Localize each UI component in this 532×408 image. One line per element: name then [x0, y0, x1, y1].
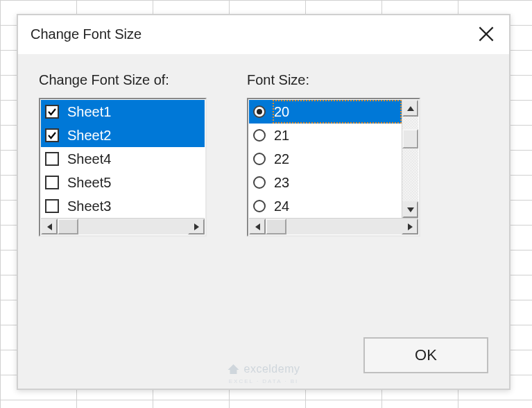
- sheets-label: Change Font Size of:: [39, 72, 207, 88]
- arrow-down-icon: [407, 207, 414, 212]
- scroll-track[interactable]: [402, 117, 418, 201]
- font-size-row-label: 22: [274, 151, 289, 167]
- font-size-hscrollbar[interactable]: [249, 218, 418, 235]
- font-size-row-label: 24: [274, 198, 289, 214]
- scroll-track[interactable]: [58, 219, 188, 235]
- sheets-column: Change Font Size of: Sheet1: [39, 72, 207, 237]
- sheet-row-label: Sheet3: [67, 198, 111, 214]
- close-icon: [479, 26, 494, 42]
- font-size-column: Font Size: 20 21: [247, 72, 420, 237]
- scroll-left-button[interactable]: [249, 219, 266, 235]
- arrow-right-icon: [194, 223, 199, 230]
- change-font-size-dialog: Change Font Size Change Font Size of:: [17, 14, 510, 390]
- dialog-titlebar: Change Font Size: [18, 15, 509, 54]
- font-size-row-label: 20: [274, 104, 289, 120]
- font-size-row-label: 21: [274, 128, 289, 144]
- sheet-row-sheet3[interactable]: Sheet3: [41, 194, 205, 218]
- radio-21[interactable]: [253, 129, 266, 142]
- watermark-subtext: EXCEL · DATA · BI: [229, 378, 299, 384]
- arrow-up-icon: [407, 106, 414, 111]
- radio-20[interactable]: [253, 105, 266, 118]
- sheet-row-sheet2[interactable]: Sheet2: [41, 124, 205, 147]
- checkbox-sheet4[interactable]: [45, 152, 59, 166]
- scroll-thumb[interactable]: [402, 129, 418, 148]
- sheets-list-content: Sheet1 Sheet2 Sheet4: [41, 100, 205, 218]
- sheet-row-sheet4[interactable]: Sheet4: [41, 147, 205, 171]
- sheet-row-label: Sheet1: [67, 104, 111, 120]
- scroll-track[interactable]: [266, 219, 402, 235]
- scroll-right-button[interactable]: [188, 219, 205, 235]
- sheets-hscrollbar[interactable]: [41, 218, 205, 235]
- font-size-listbox[interactable]: 20 21 22 23: [247, 98, 420, 237]
- sheet-row-sheet1[interactable]: Sheet1: [41, 100, 205, 124]
- checkbox-sheet1[interactable]: [45, 105, 59, 119]
- font-size-row-23[interactable]: 23: [249, 171, 402, 194]
- font-size-list-content: 20 21 22 23: [249, 100, 402, 218]
- scroll-down-button[interactable]: [402, 201, 418, 218]
- font-size-row-24[interactable]: 24: [249, 194, 402, 218]
- checkbox-sheet5[interactable]: [45, 176, 59, 189]
- radio-23[interactable]: [253, 176, 266, 189]
- close-button[interactable]: [476, 24, 497, 44]
- checkmark-icon: [47, 130, 57, 140]
- checkbox-sheet3[interactable]: [45, 199, 59, 213]
- radio-22[interactable]: [253, 153, 266, 165]
- font-size-vscrollbar[interactable]: [402, 100, 418, 218]
- ok-button[interactable]: OK: [363, 337, 488, 373]
- watermark: exceldemy EXCEL · DATA · BI: [228, 363, 300, 384]
- radio-dot-icon: [257, 109, 262, 114]
- font-size-label: Font Size:: [247, 72, 420, 88]
- arrow-left-icon: [47, 223, 52, 230]
- sheet-row-sheet5[interactable]: Sheet5: [41, 171, 205, 194]
- sheets-listbox[interactable]: Sheet1 Sheet2 Sheet4: [39, 98, 207, 237]
- watermark-logo-icon: [228, 364, 240, 375]
- dialog-title: Change Font Size: [31, 26, 141, 42]
- font-size-row-22[interactable]: 22: [249, 147, 402, 171]
- sheet-row-label: Sheet2: [67, 128, 111, 144]
- ok-button-label: OK: [415, 346, 437, 364]
- font-size-row-label: 23: [274, 175, 289, 191]
- watermark-text: exceldemy: [244, 363, 300, 375]
- checkbox-sheet2[interactable]: [45, 128, 59, 142]
- checkmark-icon: [47, 107, 57, 117]
- sheet-row-label: Sheet4: [67, 151, 111, 167]
- scroll-left-button[interactable]: [41, 219, 58, 235]
- scroll-right-button[interactable]: [402, 219, 418, 235]
- sheet-row-label: Sheet5: [67, 175, 111, 191]
- arrow-left-icon: [255, 223, 260, 230]
- font-size-row-20[interactable]: 20: [249, 100, 402, 124]
- scroll-thumb[interactable]: [266, 219, 286, 235]
- dialog-body: Change Font Size of: Sheet1: [18, 54, 509, 389]
- scroll-up-button[interactable]: [402, 100, 418, 117]
- scroll-thumb[interactable]: [58, 219, 78, 235]
- radio-24[interactable]: [253, 200, 266, 212]
- arrow-right-icon: [408, 223, 413, 230]
- font-size-row-21[interactable]: 21: [249, 124, 402, 147]
